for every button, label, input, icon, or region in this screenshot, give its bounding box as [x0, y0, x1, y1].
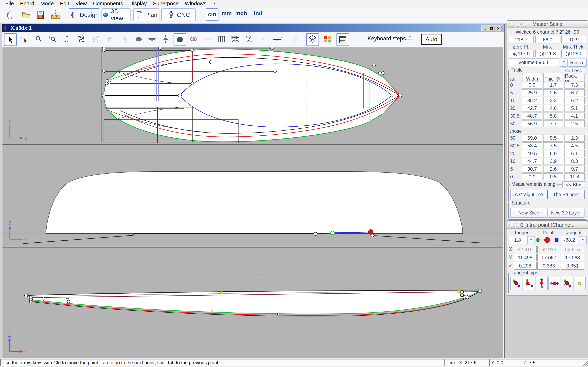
cell[interactable]: 44.7 [522, 158, 542, 165]
star-button[interactable]: * [560, 58, 568, 67]
slice-point[interactable] [314, 232, 317, 235]
x-point[interactable]: 62.915 [537, 246, 560, 253]
board-profile-button[interactable] [271, 33, 283, 45]
cell[interactable]: 6.7 [564, 89, 585, 96]
auto-steps-button[interactable]: Auto [421, 34, 442, 45]
cell[interactable]: 59.0 [522, 134, 542, 142]
tangent-type-angle-button[interactable] [561, 277, 573, 290]
thickness-view-button[interactable] [160, 33, 172, 45]
menu-components[interactable]: Components [93, 0, 123, 7]
outline-view-button[interactable] [133, 33, 145, 45]
minimize-button[interactable] [481, 25, 488, 31]
flip-view-button[interactable] [202, 33, 214, 45]
zoom-tool-button[interactable] [33, 33, 44, 45]
cell[interactable]: 42.7 [522, 105, 542, 112]
unit-inf-button[interactable]: in/f [254, 10, 262, 17]
plan-mode-button[interactable]: Plan [133, 8, 159, 21]
resize-button[interactable]: Resize [568, 58, 587, 67]
z-point[interactable]: 0.383 [537, 262, 560, 269]
menu-edit[interactable]: Edit [60, 0, 69, 7]
unit-inch-button[interactable]: inch [235, 10, 247, 17]
menu-board[interactable]: Board [20, 0, 34, 7]
control-point-titlebar[interactable]: Control point (Channe... [507, 221, 588, 229]
length-value[interactable]: 218.7 [509, 36, 534, 43]
tangent-left-input[interactable]: 1.8 [509, 236, 526, 244]
zero-pt-value[interactable]: @117.0 [509, 50, 534, 57]
menu-help[interactable]: ? [213, 0, 215, 7]
cell[interactable]: 2.6 [543, 166, 563, 173]
slice-cross-section[interactable] [46, 171, 463, 234]
cell[interactable]: 7.7 [543, 120, 563, 127]
menu-view[interactable]: View [75, 0, 87, 7]
tangent-type-free-button[interactable] [573, 277, 586, 290]
cell[interactable]: 3.3 [543, 97, 563, 104]
select-points-tool-button[interactable] [18, 33, 30, 45]
pan-tool-button[interactable] [61, 33, 73, 45]
menu-superpose[interactable]: Superpose [153, 0, 179, 7]
cell[interactable]: 6.2 [564, 97, 585, 104]
new-3d-layer-button[interactable]: New 3D Layer [547, 208, 585, 218]
cell[interactable]: 6.0 [543, 150, 563, 157]
y-point[interactable]: 17.067 [537, 254, 560, 261]
unit-cm-button[interactable]: cm [206, 8, 218, 21]
slice-view-button[interactable] [173, 33, 186, 46]
straight-line-button[interactable]: A straight line [510, 190, 547, 200]
snapshot-tool-button[interactable] [76, 33, 87, 45]
cell[interactable]: 9.5 [543, 134, 563, 142]
cell[interactable]: 7.5 [543, 142, 563, 149]
cell[interactable]: 1.7 [543, 82, 563, 89]
cut-tool-button[interactable]: xx [243, 33, 255, 45]
colors-button[interactable] [322, 33, 334, 45]
stringer-button[interactable]: The Stringer [547, 190, 585, 200]
mirror-view-button[interactable] [306, 33, 319, 46]
fin-tool-button[interactable] [290, 33, 302, 45]
3d-view-button[interactable]: 3D view [102, 8, 131, 21]
cell[interactable]: 5.8 [543, 113, 563, 119]
y-tangent-left[interactable]: 11.498 [514, 254, 536, 261]
cell[interactable]: 7.3 [564, 82, 585, 89]
plan-view-canvas[interactable]: Y x [2, 47, 503, 143]
move-steps-icon[interactable] [406, 35, 414, 43]
cnc-mode-button[interactable]: CNC [161, 8, 196, 21]
cell[interactable]: 3.9 [543, 158, 563, 165]
cell[interactable]: 2.3 [564, 134, 585, 142]
panel-zoom-icon[interactable] [522, 223, 527, 227]
cell[interactable]: 6.1 [564, 150, 585, 157]
cell[interactable]: 0.0 [522, 173, 542, 180]
slice-view-canvas[interactable]: Z Y [2, 145, 503, 246]
unit-mm-button[interactable]: mm [222, 10, 232, 17]
cell[interactable]: 11.8 [564, 173, 585, 180]
redo-button[interactable] [118, 33, 130, 45]
panel-close-icon[interactable] [509, 22, 514, 27]
save-icon[interactable] [35, 9, 46, 20]
thickness-value[interactable]: 10.9 [562, 36, 586, 43]
bottom-line-left[interactable] [23, 234, 134, 244]
tangent-type-angular-button[interactable] [523, 277, 535, 290]
cell[interactable]: 0.5 [543, 173, 563, 180]
menu-mode[interactable]: Mode [40, 0, 54, 7]
properties-panel-button[interactable] [337, 33, 349, 46]
cell[interactable]: 8.3 [564, 158, 585, 165]
cell[interactable]: 36.2 [522, 97, 542, 104]
cell[interactable]: 5.1 [564, 105, 585, 112]
document-titlebar[interactable]: X.s3dx:1 [2, 24, 504, 32]
x-tangent-right[interactable]: 62.915 [561, 246, 584, 253]
bottom-view-button[interactable] [146, 33, 158, 45]
z-tangent-left[interactable]: 0.208 [514, 262, 536, 269]
less-button[interactable]: << Less [561, 67, 586, 74]
slice-point-2[interactable] [371, 234, 374, 237]
cell[interactable]: 56.9 [522, 120, 542, 127]
slices-list-button[interactable] [229, 33, 241, 45]
grid-table-button[interactable] [216, 33, 227, 45]
tangent-type-vertical-button[interactable] [536, 277, 548, 290]
cell[interactable]: 2.6 [543, 89, 563, 96]
y-tangent-right[interactable]: 17.068 [561, 254, 584, 261]
panel-minimize-icon[interactable] [516, 223, 521, 227]
z-tangent-right[interactable]: 0.351 [561, 262, 584, 269]
cell[interactable]: 53.4 [522, 142, 542, 149]
max-value[interactable]: @111.8 [535, 50, 560, 57]
tangent-type-horizontal-button[interactable] [548, 277, 561, 290]
menu-windows[interactable]: Windows [185, 0, 206, 7]
cell[interactable]: 0.0 [522, 82, 542, 89]
zoom-window-tool-button[interactable] [47, 33, 59, 45]
